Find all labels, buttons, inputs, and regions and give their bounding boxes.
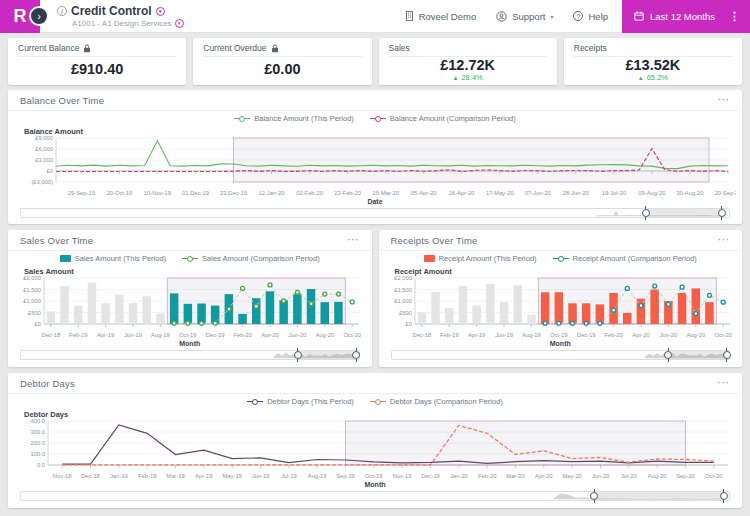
dashboard-options-icon[interactable]: ▾ — [156, 7, 165, 16]
svg-text:26-Apr-20: 26-Apr-20 — [449, 190, 475, 196]
panel-menu-icon[interactable]: ··· — [718, 236, 730, 245]
svg-text:12-Jan-20: 12-Jan-20 — [258, 190, 284, 196]
question-icon: ? — [573, 11, 583, 21]
square-marker-icon — [424, 255, 435, 262]
svg-text:Apr-19: Apr-19 — [467, 332, 484, 338]
svg-text:100.0: 100.0 — [30, 451, 45, 457]
slider-selection[interactable] — [668, 351, 727, 359]
chart-legend: Balance Amount (This Period) Balance Amo… — [8, 111, 742, 126]
slider-selection[interactable] — [298, 351, 357, 359]
svg-text:Jun-20: Jun-20 — [289, 332, 307, 338]
svg-text:(£3,000): (£3,000) — [31, 179, 53, 185]
svg-text:Feb-20: Feb-20 — [233, 332, 251, 338]
svg-text:Dec-18: Dec-18 — [41, 332, 60, 338]
svg-text:01-Dec-19: 01-Dec-19 — [182, 190, 209, 196]
panel-menu-icon[interactable]: ··· — [348, 236, 360, 245]
slider-handle-right[interactable] — [352, 351, 360, 359]
sales-chart[interactable]: £2,000£1,500£1,000£500£0Dec-18Feb-19Apr-… — [14, 276, 365, 340]
legend-sales-this-period[interactable]: Sales Amount (This Period) — [60, 254, 166, 263]
kpi-label: Receipts — [574, 43, 607, 53]
svg-text:Aug-19: Aug-19 — [308, 473, 327, 479]
person-icon — [496, 11, 507, 22]
svg-text:Nov-19: Nov-19 — [393, 473, 412, 479]
line-marker-icon — [234, 115, 250, 122]
line-marker-icon — [553, 255, 569, 262]
nav-help[interactable]: ? Help — [573, 11, 608, 22]
slider-handle-left[interactable] — [294, 351, 302, 359]
legend-receipts-this-period[interactable]: Receipt Amount (This Period) — [424, 254, 537, 263]
panel-title: Sales Over Time — [20, 235, 93, 246]
kpi-value: £13.52K — [625, 57, 680, 74]
svg-text:Apr-19: Apr-19 — [97, 332, 114, 338]
balance-chart[interactable]: £9,000£6,000£3,000£0(£3,000)29-Sep-1920-… — [14, 136, 736, 198]
slider-selection[interactable] — [594, 492, 724, 500]
svg-text:200.0: 200.0 — [30, 440, 45, 446]
slider-handle-right[interactable] — [718, 209, 726, 217]
kpi-label: Current Overdue — [203, 43, 266, 53]
svg-text:Oct-19: Oct-19 — [550, 332, 567, 338]
receipts-chart[interactable]: £2,000£1,500£1,000£500£0Dec-18Feb-19Apr-… — [385, 276, 736, 340]
legend-debtor-this-period[interactable]: Debtor Days (This Period) — [247, 397, 354, 406]
debtor-days-chart[interactable]: 400.0300.0200.0100.00.0Nov-18Dec-18Jan-1… — [14, 419, 736, 481]
receipts-range-slider[interactable] — [391, 350, 731, 360]
svg-text:30-Aug-20: 30-Aug-20 — [676, 190, 703, 196]
svg-text:Jul-19: Jul-19 — [281, 473, 297, 479]
sales-range-slider[interactable] — [20, 350, 360, 360]
legend-balance-this-period[interactable]: Balance Amount (This Period) — [234, 114, 354, 123]
svg-text:Jan-20: Jan-20 — [450, 473, 468, 479]
logo-letter: R — [14, 6, 27, 27]
y-axis-label: Sales Amount — [24, 267, 372, 276]
period-selector-button[interactable]: Last 12 Months ⋮ — [622, 0, 750, 33]
svg-text:£0: £0 — [47, 168, 53, 174]
chart-legend: Sales Amount (This Period) Sales Amount … — [8, 251, 372, 266]
svg-text:Oct-19: Oct-19 — [179, 332, 196, 338]
chart-legend: Receipt Amount (This Period) Receipt Amo… — [379, 251, 743, 266]
svg-text:£2,000: £2,000 — [23, 276, 41, 281]
kpi-sales: Sales £12.72K ▲28.4% — [379, 38, 557, 85]
svg-text:Sep-20: Sep-20 — [676, 473, 695, 479]
svg-text:Aug-19: Aug-19 — [151, 332, 170, 338]
nav-label: Roveel Demo — [419, 11, 477, 22]
slider-handle-right[interactable] — [723, 351, 731, 359]
panel-menu-icon[interactable]: ··· — [718, 96, 730, 105]
kpi-delta-value: 28.4% — [461, 74, 482, 83]
svg-text:Sep-19: Sep-19 — [336, 473, 355, 479]
sidebar-toggle-button[interactable]: › — [29, 6, 49, 26]
company-selector-icon[interactable]: ▾ — [175, 19, 184, 28]
panel-menu-icon[interactable]: ··· — [718, 379, 730, 388]
svg-text:£1,500: £1,500 — [394, 287, 412, 293]
svg-text:Mar-20: Mar-20 — [506, 473, 524, 479]
nav-roveel-demo[interactable]: Roveel Demo — [405, 11, 477, 22]
lock-icon — [83, 44, 91, 53]
x-axis-label: Month — [8, 340, 372, 348]
legend-receipts-comparison-period[interactable]: Receipt Amount (Comparison Period) — [553, 254, 697, 263]
balance-range-slider[interactable] — [20, 208, 730, 218]
kebab-menu-icon[interactable]: ⋮ — [729, 10, 740, 23]
svg-text:Jun-19: Jun-19 — [124, 332, 142, 338]
legend-debtor-comparison-period[interactable]: Debtor Days (Comparison Period) — [370, 397, 503, 406]
line-marker-icon — [370, 398, 386, 405]
y-axis-label: Debtor Days — [24, 410, 742, 419]
svg-text:22-Dec-19: 22-Dec-19 — [220, 190, 247, 196]
slider-handle-right[interactable] — [720, 492, 728, 500]
slider-sparkline — [21, 209, 729, 217]
line-marker-icon — [182, 255, 198, 262]
nav-support[interactable]: Support ▾ — [496, 11, 553, 22]
svg-text:Apr-20: Apr-20 — [261, 332, 278, 338]
svg-text:Mar-19: Mar-19 — [166, 473, 184, 479]
svg-text:10-Nov-19: 10-Nov-19 — [144, 190, 171, 196]
debtor-days-range-slider[interactable] — [20, 491, 730, 501]
legend-sales-comparison-period[interactable]: Sales Amount (Comparison Period) — [182, 254, 320, 263]
svg-text:£1,000: £1,000 — [394, 298, 412, 304]
kpi-value: £0.00 — [264, 61, 300, 78]
legend-balance-comparison-period[interactable]: Balance Amount (Comparison Period) — [370, 114, 516, 123]
svg-text:19-Jul-20: 19-Jul-20 — [602, 190, 626, 196]
svg-text:Oct-20: Oct-20 — [705, 473, 722, 479]
svg-text:£0: £0 — [405, 321, 411, 327]
svg-text:05-Apr-20: 05-Apr-20 — [411, 190, 437, 196]
svg-text:Feb-20: Feb-20 — [604, 332, 622, 338]
svg-text:May-19: May-19 — [223, 473, 242, 479]
svg-text:Jul-20: Jul-20 — [621, 473, 637, 479]
svg-text:Jun-20: Jun-20 — [592, 473, 610, 479]
slider-selection[interactable] — [646, 209, 722, 217]
